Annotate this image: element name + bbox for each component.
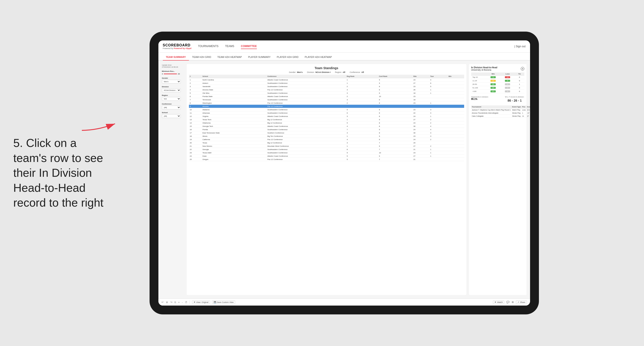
table-row[interactable]: 18 Illinois Big Ten Conference 1 9 23 3 bbox=[189, 135, 464, 138]
table-row[interactable]: 12 Virginia Atlantic Coast Conference 3 … bbox=[189, 115, 464, 118]
region-filter-value: All bbox=[343, 71, 345, 73]
rank-cell: 17 bbox=[189, 131, 202, 135]
table-row[interactable]: 3 Vanderbilt Southeastern Conference 2 8… bbox=[189, 85, 464, 88]
subnav-team-h2h-heatmap[interactable]: TEAM H2H HEATMAP bbox=[214, 54, 245, 61]
table-row[interactable]: 16 Florida Southeastern Conference 7 9 2… bbox=[189, 128, 464, 131]
copy-icon[interactable]: ⎘ bbox=[174, 301, 176, 304]
table-row[interactable]: 20 Texas Big 12 Conference 3 7 20 bbox=[189, 141, 464, 145]
table-row[interactable]: 4 Arizona State Pac-12 Conference 4 6 26… bbox=[189, 88, 464, 91]
nav-committee[interactable]: COMMITTEE bbox=[241, 44, 257, 49]
table-row[interactable]: 7 Tennessee Southeastern Conference 4 6 … bbox=[189, 98, 464, 101]
school-cell: Oregon bbox=[202, 158, 266, 161]
h2h-win: 20 bbox=[486, 86, 500, 90]
table-row[interactable]: 15 Georgia Tech Atlantic Coast Conferenc… bbox=[189, 125, 464, 128]
clock-icon[interactable]: ⏱ bbox=[185, 301, 188, 304]
comment-icon[interactable]: 💬 bbox=[506, 301, 510, 304]
gender-select[interactable]: Men's bbox=[162, 80, 181, 84]
subnav-player-h2h-grid[interactable]: PLAYER H2H GRID bbox=[274, 54, 302, 61]
table-row[interactable]: 2 Auburn Southeastern Conference 1 9 27 … bbox=[189, 82, 464, 85]
rds-cell: 21 bbox=[412, 148, 430, 151]
region-select[interactable]: N/A bbox=[162, 97, 181, 101]
min-rounds-slider[interactable]: 4 20 bbox=[162, 73, 184, 75]
table-row[interactable]: 19 California Pac-12 Conference 4 8 24 2 bbox=[189, 138, 464, 141]
table-row[interactable]: 24 Duke Atlantic Coast Conference 5 9 27… bbox=[189, 155, 464, 158]
tablet-screen: SCOREBOARD Powered by Powered by clippd … bbox=[158, 40, 530, 306]
pos-col: Pos bbox=[522, 105, 526, 109]
table-row[interactable]: 25 Oregon Pac-12 Conference 5 7 21 bbox=[189, 158, 464, 161]
table-row[interactable]: 22 Georgia Southeastern Conference 8 7 2… bbox=[189, 148, 464, 151]
table-row[interactable]: 14 Oklahoma Big 12 Conference 5 8 24 2 bbox=[189, 121, 464, 125]
h2h-tie: 0 bbox=[515, 90, 524, 93]
rank-cell: 3 bbox=[189, 85, 202, 88]
win-cell bbox=[448, 108, 464, 111]
conference-cell: Pac-12 Conference bbox=[266, 105, 346, 108]
win-cell bbox=[448, 145, 464, 148]
rank-cell: 5 bbox=[189, 91, 202, 95]
minus-icon[interactable]: - bbox=[182, 301, 183, 304]
event-type: Match Play bbox=[512, 109, 522, 112]
h2h-title: In Division Head-to-Head bbox=[471, 66, 497, 69]
reg-rank-cell: 5 bbox=[346, 121, 378, 125]
nav-tournaments[interactable]: TOURNAMENTS bbox=[198, 44, 218, 49]
share-grid-icon[interactable]: ⊞ bbox=[512, 301, 514, 304]
win-cell bbox=[448, 105, 464, 108]
subnav-team-summary[interactable]: TEAM SUMMARY bbox=[163, 54, 189, 61]
rank-cell: 7 bbox=[189, 98, 202, 101]
sign-out[interactable]: | Sign out bbox=[514, 45, 526, 48]
school-select[interactable]: (All) bbox=[162, 114, 181, 118]
win-cell bbox=[448, 115, 464, 118]
rank-cell: 8 bbox=[189, 101, 202, 105]
table-row[interactable]: 8 Washington Pac-12 Conference 2 8 23 1 bbox=[189, 101, 464, 105]
tour-cell bbox=[430, 98, 448, 101]
h2h-row: Top 10 3 13 0 bbox=[471, 76, 524, 79]
table-row[interactable]: 21 New Mexico Mountain West Conference 1… bbox=[189, 145, 464, 148]
nav-teams[interactable]: TEAMS bbox=[225, 44, 234, 49]
region-filter-label: Region: bbox=[335, 71, 342, 73]
add-icon[interactable]: + bbox=[178, 301, 180, 304]
watch-btn[interactable]: 👁 Watch bbox=[493, 301, 504, 304]
subnav-player-h2h-heatmap[interactable]: PLAYER H2H HEATMAP bbox=[302, 54, 335, 61]
score: -17 bbox=[526, 112, 530, 115]
redo-icon[interactable]: ↪ bbox=[170, 301, 172, 304]
table-row[interactable]: 10 Alabama Southeastern Conference 5 8 2… bbox=[189, 108, 464, 111]
pause-icon[interactable]: ⏸ bbox=[166, 301, 168, 304]
h2h-wlt-table: Win Loss Tie Top 10 3 13 0 11-25 11 8 0 … bbox=[471, 72, 524, 93]
subnav-team-h2h-grid[interactable]: TEAM H2H GRID bbox=[189, 54, 214, 61]
table-row[interactable]: 23 Texas A&M Southeastern Conference 9 1… bbox=[189, 151, 464, 155]
table-row[interactable]: 6 Florida State Atlantic Coast Conferenc… bbox=[189, 95, 464, 98]
table-row[interactable]: 5 Ole Miss Southeastern Conference 3 6 1… bbox=[189, 91, 464, 95]
table-row[interactable]: 17 East Tennessee State Southern Confere… bbox=[189, 131, 464, 135]
table-row[interactable]: 9 Arizona Pac-12 Conference bbox=[189, 105, 464, 108]
conf-rank-cell: 8 bbox=[378, 138, 412, 141]
conference-cell: Atlantic Coast Conference bbox=[266, 95, 346, 98]
col-reg-rank: Reg Rank bbox=[346, 75, 378, 78]
school-cell: Florida bbox=[202, 128, 266, 131]
view-original-btn[interactable]: 👁 View: Original bbox=[192, 301, 210, 304]
reg-rank-cell: 1 bbox=[346, 82, 378, 85]
pos: 11 bbox=[522, 115, 526, 118]
rds-cell: 23 bbox=[412, 108, 430, 111]
table-row[interactable]: 11 Arkansas Southeastern Conference 6 8 … bbox=[189, 111, 464, 115]
undo-icon[interactable]: ↩ bbox=[162, 301, 164, 304]
conference-cell: Pac-12 Conference bbox=[266, 101, 346, 105]
update-time: Update time: 27/03/2024 16:56:26 bbox=[162, 64, 184, 68]
conference-cell: Pac-12 Conference bbox=[266, 138, 346, 141]
division-select[interactable]: NCAA Division I bbox=[162, 88, 181, 92]
school-cell: California bbox=[202, 138, 266, 141]
subnav-player-summary[interactable]: PLAYER SUMMARY bbox=[245, 54, 274, 61]
table-row[interactable]: 1 North Carolina Atlantic Coast Conferen… bbox=[189, 78, 464, 82]
h2h-row: 11-25 11 8 0 bbox=[471, 79, 524, 83]
h2h-range: 26-50 bbox=[471, 83, 486, 86]
table-row[interactable]: 13 Texas Tech Big 12 Conference 1 9 27 2 bbox=[189, 118, 464, 121]
rank-cell: 9 bbox=[189, 105, 202, 108]
logo-area: SCOREBOARD Powered by Powered by clippd bbox=[163, 43, 192, 49]
h2h-close-button[interactable]: ✕ bbox=[521, 67, 524, 70]
tour-cell bbox=[430, 158, 448, 161]
win-cell bbox=[448, 155, 464, 158]
reg-rank-cell bbox=[346, 105, 378, 108]
share-btn[interactable]: ↗ Share bbox=[516, 301, 527, 304]
conference-select[interactable]: (All) bbox=[162, 106, 181, 109]
save-custom-btn[interactable]: 💾 Save Custom View bbox=[212, 301, 235, 304]
conf-rank-cell: 7 bbox=[378, 148, 412, 151]
sub-nav: TEAM SUMMARY TEAM H2H GRID TEAM H2H HEAT… bbox=[158, 53, 530, 61]
